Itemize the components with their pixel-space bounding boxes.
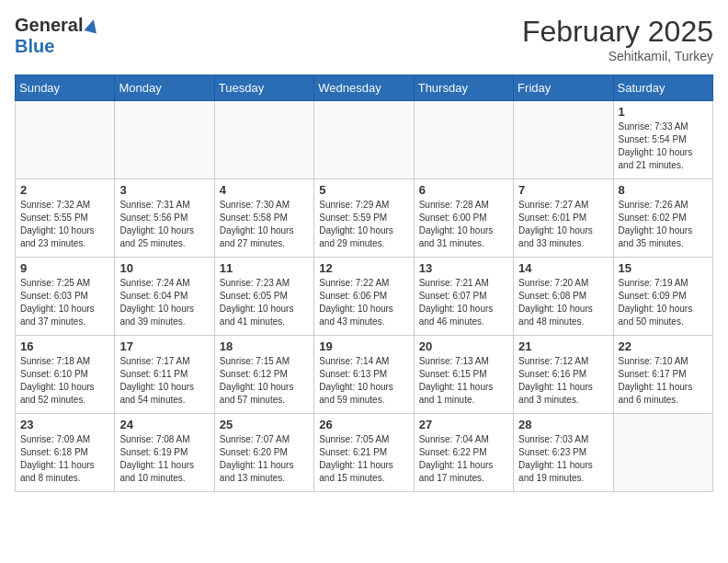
day-info: Sunrise: 7:28 AM Sunset: 6:00 PM Dayligh… bbox=[419, 199, 508, 250]
day-number: 6 bbox=[419, 183, 508, 197]
day-number: 23 bbox=[20, 418, 109, 431]
week-row-5: 23Sunrise: 7:09 AM Sunset: 6:18 PM Dayli… bbox=[16, 414, 713, 492]
weekday-header-tuesday: Tuesday bbox=[214, 75, 313, 101]
day-info: Sunrise: 7:23 AM Sunset: 6:05 PM Dayligh… bbox=[220, 277, 309, 328]
day-info: Sunrise: 7:24 AM Sunset: 6:04 PM Dayligh… bbox=[119, 277, 209, 328]
day-info: Sunrise: 7:22 AM Sunset: 6:06 PM Dayligh… bbox=[319, 277, 408, 328]
week-row-2: 2Sunrise: 7:32 AM Sunset: 5:55 PM Daylig… bbox=[16, 179, 713, 258]
day-info: Sunrise: 7:13 AM Sunset: 6:15 PM Dayligh… bbox=[419, 355, 508, 407]
calendar-cell: 7Sunrise: 7:27 AM Sunset: 6:01 PM Daylig… bbox=[514, 179, 613, 258]
calendar-cell bbox=[414, 101, 513, 179]
day-number: 4 bbox=[220, 183, 309, 197]
calendar-cell: 8Sunrise: 7:26 AM Sunset: 6:02 PM Daylig… bbox=[613, 179, 712, 258]
day-info: Sunrise: 7:18 AM Sunset: 6:10 PM Dayligh… bbox=[20, 355, 109, 407]
day-info: Sunrise: 7:31 AM Sunset: 5:56 PM Dayligh… bbox=[119, 199, 209, 250]
day-info: Sunrise: 7:08 AM Sunset: 6:19 PM Dayligh… bbox=[119, 433, 209, 485]
day-info: Sunrise: 7:25 AM Sunset: 6:03 PM Dayligh… bbox=[20, 277, 109, 328]
day-number: 21 bbox=[518, 339, 608, 353]
day-number: 11 bbox=[220, 261, 309, 275]
calendar-cell bbox=[115, 101, 214, 179]
calendar-cell: 9Sunrise: 7:25 AM Sunset: 6:03 PM Daylig… bbox=[16, 258, 115, 336]
day-number: 7 bbox=[518, 183, 608, 197]
weekday-header-friday: Friday bbox=[514, 75, 613, 101]
day-number: 8 bbox=[619, 183, 708, 197]
day-info: Sunrise: 7:30 AM Sunset: 5:58 PM Dayligh… bbox=[220, 199, 309, 250]
day-info: Sunrise: 7:26 AM Sunset: 6:02 PM Dayligh… bbox=[619, 199, 708, 250]
calendar-cell: 21Sunrise: 7:12 AM Sunset: 6:16 PM Dayli… bbox=[514, 336, 613, 414]
day-info: Sunrise: 7:14 AM Sunset: 6:13 PM Dayligh… bbox=[319, 355, 408, 407]
calendar-cell: 5Sunrise: 7:29 AM Sunset: 5:59 PM Daylig… bbox=[314, 179, 414, 258]
logo: General Blue bbox=[15, 15, 98, 57]
weekday-header-monday: Monday bbox=[115, 75, 214, 101]
day-number: 13 bbox=[419, 261, 508, 275]
weekday-header-row: SundayMondayTuesdayWednesdayThursdayFrid… bbox=[16, 75, 713, 101]
day-info: Sunrise: 7:17 AM Sunset: 6:11 PM Dayligh… bbox=[119, 355, 209, 407]
calendar-cell: 19Sunrise: 7:14 AM Sunset: 6:13 PM Dayli… bbox=[314, 336, 414, 414]
week-row-1: 1Sunrise: 7:33 AM Sunset: 5:54 PM Daylig… bbox=[16, 101, 713, 179]
week-row-4: 16Sunrise: 7:18 AM Sunset: 6:10 PM Dayli… bbox=[16, 336, 713, 414]
day-info: Sunrise: 7:19 AM Sunset: 6:09 PM Dayligh… bbox=[619, 277, 708, 328]
day-info: Sunrise: 7:07 AM Sunset: 6:20 PM Dayligh… bbox=[220, 433, 309, 485]
logo-blue: Blue bbox=[15, 36, 54, 56]
day-number: 25 bbox=[220, 418, 309, 431]
day-info: Sunrise: 7:03 AM Sunset: 6:23 PM Dayligh… bbox=[518, 433, 608, 485]
logo-general: General bbox=[15, 15, 83, 36]
page-header: General Blue February 2025 Sehitkamil, T… bbox=[15, 15, 713, 63]
calendar-cell: 4Sunrise: 7:30 AM Sunset: 5:58 PM Daylig… bbox=[214, 179, 313, 258]
title-block: February 2025 Sehitkamil, Turkey bbox=[522, 15, 713, 63]
weekday-header-saturday: Saturday bbox=[613, 75, 712, 101]
calendar-cell: 23Sunrise: 7:09 AM Sunset: 6:18 PM Dayli… bbox=[16, 414, 115, 492]
day-info: Sunrise: 7:05 AM Sunset: 6:21 PM Dayligh… bbox=[319, 433, 408, 485]
day-number: 12 bbox=[319, 261, 408, 275]
weekday-header-wednesday: Wednesday bbox=[314, 75, 414, 101]
day-info: Sunrise: 7:33 AM Sunset: 5:54 PM Dayligh… bbox=[619, 121, 708, 172]
day-number: 15 bbox=[619, 261, 708, 275]
calendar-cell bbox=[214, 101, 313, 179]
calendar-cell: 24Sunrise: 7:08 AM Sunset: 6:19 PM Dayli… bbox=[115, 414, 214, 492]
day-info: Sunrise: 7:10 AM Sunset: 6:17 PM Dayligh… bbox=[619, 355, 708, 407]
day-info: Sunrise: 7:21 AM Sunset: 6:07 PM Dayligh… bbox=[419, 277, 508, 328]
day-number: 14 bbox=[518, 261, 608, 275]
day-number: 20 bbox=[419, 339, 508, 353]
calendar-cell: 1Sunrise: 7:33 AM Sunset: 5:54 PM Daylig… bbox=[613, 101, 712, 179]
calendar-cell bbox=[314, 101, 414, 179]
day-info: Sunrise: 7:32 AM Sunset: 5:55 PM Dayligh… bbox=[20, 199, 109, 250]
day-info: Sunrise: 7:04 AM Sunset: 6:22 PM Dayligh… bbox=[419, 433, 508, 485]
calendar-cell bbox=[514, 101, 613, 179]
day-number: 28 bbox=[518, 418, 608, 431]
weekday-header-thursday: Thursday bbox=[414, 75, 513, 101]
day-info: Sunrise: 7:15 AM Sunset: 6:12 PM Dayligh… bbox=[220, 355, 309, 407]
month-year: February 2025 bbox=[522, 15, 713, 49]
day-number: 27 bbox=[419, 418, 508, 431]
calendar-cell: 20Sunrise: 7:13 AM Sunset: 6:15 PM Dayli… bbox=[414, 336, 513, 414]
calendar-cell: 12Sunrise: 7:22 AM Sunset: 6:06 PM Dayli… bbox=[314, 258, 414, 336]
calendar-cell: 26Sunrise: 7:05 AM Sunset: 6:21 PM Dayli… bbox=[314, 414, 414, 492]
calendar-cell: 28Sunrise: 7:03 AM Sunset: 6:23 PM Dayli… bbox=[514, 414, 613, 492]
calendar-cell: 13Sunrise: 7:21 AM Sunset: 6:07 PM Dayli… bbox=[414, 258, 513, 336]
day-number: 17 bbox=[119, 339, 209, 353]
day-number: 9 bbox=[20, 261, 109, 275]
calendar-cell: 15Sunrise: 7:19 AM Sunset: 6:09 PM Dayli… bbox=[613, 258, 712, 336]
weekday-header-sunday: Sunday bbox=[16, 75, 115, 101]
day-number: 10 bbox=[119, 261, 209, 275]
calendar-cell: 11Sunrise: 7:23 AM Sunset: 6:05 PM Dayli… bbox=[214, 258, 313, 336]
calendar-cell: 17Sunrise: 7:17 AM Sunset: 6:11 PM Dayli… bbox=[115, 336, 214, 414]
calendar-cell: 2Sunrise: 7:32 AM Sunset: 5:55 PM Daylig… bbox=[16, 179, 115, 258]
calendar-cell: 16Sunrise: 7:18 AM Sunset: 6:10 PM Dayli… bbox=[16, 336, 115, 414]
calendar-table: SundayMondayTuesdayWednesdayThursdayFrid… bbox=[15, 75, 713, 492]
calendar-cell: 22Sunrise: 7:10 AM Sunset: 6:17 PM Dayli… bbox=[613, 336, 712, 414]
day-number: 18 bbox=[220, 339, 309, 353]
calendar-cell: 27Sunrise: 7:04 AM Sunset: 6:22 PM Dayli… bbox=[414, 414, 513, 492]
day-number: 26 bbox=[319, 418, 408, 431]
location: Sehitkamil, Turkey bbox=[522, 49, 713, 63]
day-info: Sunrise: 7:29 AM Sunset: 5:59 PM Dayligh… bbox=[319, 199, 408, 250]
day-number: 5 bbox=[319, 183, 408, 197]
day-number: 1 bbox=[619, 105, 708, 119]
week-row-3: 9Sunrise: 7:25 AM Sunset: 6:03 PM Daylig… bbox=[16, 258, 713, 336]
day-info: Sunrise: 7:27 AM Sunset: 6:01 PM Dayligh… bbox=[518, 199, 608, 250]
day-info: Sunrise: 7:20 AM Sunset: 6:08 PM Dayligh… bbox=[518, 277, 608, 328]
day-number: 16 bbox=[20, 339, 109, 353]
day-info: Sunrise: 7:09 AM Sunset: 6:18 PM Dayligh… bbox=[20, 433, 109, 485]
calendar-cell: 14Sunrise: 7:20 AM Sunset: 6:08 PM Dayli… bbox=[514, 258, 613, 336]
day-number: 2 bbox=[20, 183, 109, 197]
